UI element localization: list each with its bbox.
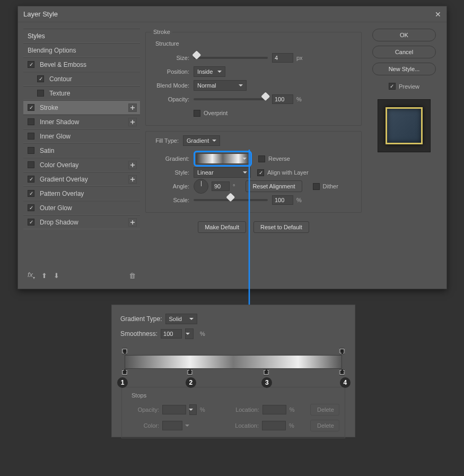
color-stop-2[interactable] (187, 369, 193, 375)
fill-type-select[interactable]: Gradient (183, 135, 220, 146)
align-check[interactable]: Align with Layer (257, 169, 309, 176)
drop-shadow-add-icon[interactable] (128, 218, 137, 227)
gradient-overlay-row[interactable]: Gradient Overlay (23, 172, 140, 186)
color-overlay-add-icon[interactable] (128, 161, 137, 169)
stop-opacity-delete-button[interactable]: Delete (310, 404, 339, 416)
style-select[interactable]: Linear (194, 167, 251, 178)
inner-shadow-row[interactable]: Inner Shadow (23, 115, 140, 129)
stop-color-swatch[interactable] (162, 421, 182, 430)
opacity-input[interactable] (272, 94, 293, 104)
opacity-stop-1[interactable] (122, 348, 128, 354)
stop-location-input[interactable] (262, 405, 286, 414)
stop-color-delete-button[interactable]: Delete (310, 420, 339, 431)
gradient-bar[interactable] (125, 355, 342, 369)
blending-options-label: Blending Options (28, 47, 76, 54)
stop-opacity-dropdown[interactable] (189, 404, 197, 415)
color-stop-1[interactable] (122, 369, 128, 375)
reset-alignment-button[interactable]: Reset Alignment (246, 180, 302, 192)
inner-shadow-add-icon[interactable] (128, 118, 137, 126)
inner-shadow-checkbox[interactable] (28, 118, 34, 125)
smoothness-dropdown[interactable] (185, 328, 194, 339)
titlebar[interactable]: Layer Style ✕ (18, 6, 447, 22)
stop-location-unit: % (290, 406, 295, 413)
gradient-bar-container: 1 2 3 4 (125, 348, 342, 376)
blending-options-row[interactable]: Blending Options (23, 43, 140, 57)
stop-color-location-unit: % (289, 422, 294, 429)
arrow-up-icon[interactable]: ⬆ (41, 272, 47, 280)
angle-dial[interactable] (194, 179, 208, 194)
styles-header-row[interactable]: Styles (23, 29, 140, 43)
scale-input[interactable] (272, 195, 293, 205)
size-slider[interactable] (194, 57, 268, 59)
satin-checkbox[interactable] (28, 147, 34, 154)
stop-opacity-input[interactable] (162, 405, 186, 414)
stop-color-location-input[interactable] (262, 421, 286, 430)
contour-checkbox[interactable] (37, 75, 44, 82)
badge-1: 1 (117, 377, 128, 388)
overprint-check[interactable]: Overprint (194, 110, 227, 117)
texture-row[interactable]: Texture (23, 86, 140, 100)
satin-row[interactable]: Satin (23, 143, 140, 158)
outer-glow-row[interactable]: Outer Glow (23, 201, 140, 215)
gradient-overlay-add-icon[interactable] (128, 175, 137, 184)
preview-checkbox[interactable] (389, 83, 396, 90)
gradient-overlay-checkbox[interactable] (28, 176, 34, 183)
color-stop-3[interactable] (263, 369, 269, 375)
drop-shadow-row[interactable]: Drop Shadow (23, 215, 140, 229)
new-style-button[interactable]: New Style... (372, 63, 436, 75)
gradient-overlay-label: Gradient Overlay (40, 176, 88, 183)
size-input[interactable] (272, 53, 293, 63)
opacity-stop-row[interactable] (125, 348, 342, 355)
scale-slider[interactable] (194, 199, 268, 201)
color-overlay-checkbox[interactable] (28, 161, 34, 168)
gradient-picker[interactable] (196, 153, 249, 164)
outer-glow-label: Outer Glow (40, 204, 72, 212)
stroke-row[interactable]: Stroke (23, 100, 140, 115)
angle-label: Angle: (151, 183, 194, 189)
stroke-add-icon[interactable] (128, 103, 137, 112)
contour-row[interactable]: Contour (23, 72, 140, 86)
arrow-down-icon[interactable]: ⬇ (54, 272, 59, 280)
bevel-checkbox[interactable] (28, 61, 34, 68)
reverse-checkbox[interactable] (258, 155, 265, 162)
opacity-slider[interactable] (194, 98, 268, 100)
cancel-button[interactable]: Cancel (372, 46, 436, 58)
stroke-checkbox[interactable] (28, 104, 34, 111)
color-stop-row[interactable] (125, 369, 342, 376)
color-stop-4[interactable] (339, 369, 345, 375)
make-default-button[interactable]: Make Default (198, 221, 246, 233)
inner-glow-row[interactable]: Inner Glow (23, 129, 140, 143)
smoothness-input[interactable] (161, 329, 182, 339)
contour-label: Contour (49, 75, 72, 83)
reset-default-button[interactable]: Reset to Default (253, 221, 309, 233)
color-overlay-row[interactable]: Color Overlay (23, 158, 140, 172)
size-slider-thumb[interactable] (192, 50, 201, 59)
bevel-emboss-row[interactable]: Bevel & Emboss (23, 57, 140, 72)
close-icon[interactable]: ✕ (435, 10, 441, 19)
fill-type-value: Gradient (187, 137, 209, 144)
outer-glow-checkbox[interactable] (28, 204, 34, 211)
ok-button[interactable]: OK (372, 29, 436, 41)
trash-icon[interactable]: 🗑 (129, 272, 136, 280)
scale-slider-thumb[interactable] (226, 193, 235, 202)
dither-checkbox[interactable] (313, 183, 320, 190)
gradient-type-select[interactable]: Solid (165, 314, 197, 324)
overprint-label: Overprint (204, 110, 227, 116)
align-checkbox[interactable] (257, 169, 264, 176)
drop-shadow-checkbox[interactable] (28, 219, 34, 226)
opacity-slider-thumb[interactable] (261, 92, 270, 101)
preview-check[interactable]: Preview (389, 83, 419, 90)
pattern-overlay-row[interactable]: Pattern Overlay (23, 186, 140, 201)
fx-icon[interactable]: fx▾ (28, 271, 35, 280)
gradient-type-value: Solid (169, 316, 182, 322)
texture-checkbox[interactable] (37, 90, 44, 97)
opacity-stop-2[interactable] (339, 348, 345, 354)
dither-check[interactable]: Dither (313, 183, 338, 190)
overprint-checkbox[interactable] (194, 110, 200, 117)
inner-glow-checkbox[interactable] (28, 133, 34, 140)
reverse-check[interactable]: Reverse (258, 155, 290, 162)
blend-mode-select[interactable]: Normal (194, 80, 247, 91)
angle-input[interactable] (212, 181, 230, 191)
pattern-overlay-checkbox[interactable] (28, 190, 34, 197)
position-select[interactable]: Inside (194, 66, 225, 77)
